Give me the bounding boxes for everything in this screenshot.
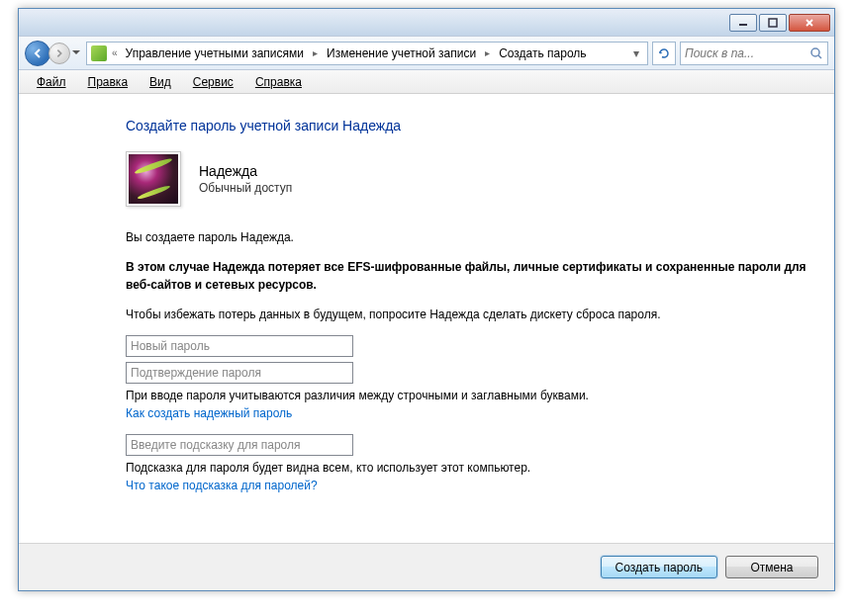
intro-text: Вы создаете пароль Надежда. — [126, 228, 810, 246]
svg-rect-0 — [739, 24, 747, 26]
close-button[interactable] — [789, 14, 830, 32]
case-sensitivity-note: При вводе пароля учитываются различия ме… — [126, 389, 810, 402]
cancel-button[interactable]: Отмена — [725, 556, 818, 578]
search-box[interactable] — [680, 42, 828, 65]
search-icon — [809, 46, 823, 60]
svg-line-3 — [818, 55, 821, 58]
back-button[interactable] — [25, 41, 50, 66]
strong-password-link[interactable]: Как создать надежный пароль — [126, 406, 292, 420]
menu-bar: Файл Правка Вид Сервис Справка — [19, 70, 834, 94]
avatar-frame — [126, 151, 181, 207]
avatar — [129, 154, 178, 204]
menu-help[interactable]: Справка — [245, 72, 312, 92]
footer: Создать пароль Отмена — [19, 543, 834, 590]
breadcrumb-dropdown[interactable]: ▾ — [629, 46, 643, 60]
window-controls — [729, 14, 830, 32]
user-info: Надежда Обычный доступ — [199, 163, 292, 195]
new-password-field[interactable] — [126, 335, 353, 357]
user-accounts-icon — [91, 45, 107, 61]
breadcrumb-item-0[interactable]: Управление учетными записями — [123, 44, 307, 62]
page-title: Создайте пароль учетной записи Надежда — [126, 118, 810, 133]
user-name: Надежда — [199, 163, 292, 179]
refresh-button[interactable] — [652, 42, 676, 65]
advice-text: Чтобы избежать потерь данных в будущем, … — [126, 306, 810, 323]
chevron-right-icon[interactable]: ▸ — [481, 47, 494, 58]
forward-button[interactable] — [48, 43, 70, 64]
breadcrumb-item-1[interactable]: Изменение учетной записи — [324, 44, 479, 62]
password-hint-field[interactable] — [126, 434, 353, 456]
nav-history-dropdown[interactable] — [70, 44, 82, 62]
breadcrumb-prefix: « — [109, 47, 121, 58]
chevron-right-icon[interactable]: ▸ — [309, 47, 322, 58]
menu-file[interactable]: Файл — [27, 72, 76, 92]
hint-help-link[interactable]: Что такое подсказка для паролей? — [126, 479, 318, 492]
create-password-button[interactable]: Создать пароль — [601, 556, 717, 578]
menu-edit[interactable]: Правка — [78, 72, 139, 92]
search-input[interactable] — [685, 46, 809, 60]
maximize-button[interactable] — [759, 14, 787, 32]
nav-buttons — [25, 41, 82, 66]
svg-point-2 — [811, 48, 819, 56]
breadcrumb[interactable]: « Управление учетными записями ▸ Изменен… — [86, 42, 648, 65]
warning-text: В этом случае Надежда потеряет все EFS-ш… — [126, 258, 810, 294]
menu-view[interactable]: Вид — [140, 72, 181, 92]
content-area: Создайте пароль учетной записи Надежда Н… — [19, 94, 834, 543]
menu-tools[interactable]: Сервис — [183, 72, 243, 92]
hint-visibility-note: Подсказка для пароля будет видна всем, к… — [126, 461, 810, 475]
breadcrumb-item-2[interactable]: Создать пароль — [496, 44, 589, 62]
titlebar — [19, 9, 834, 37]
minimize-button[interactable] — [729, 14, 757, 32]
user-block: Надежда Обычный доступ — [126, 151, 810, 207]
user-type: Обычный доступ — [199, 181, 292, 195]
window-frame: « Управление учетными записями ▸ Изменен… — [18, 8, 835, 591]
confirm-password-field[interactable] — [126, 362, 353, 384]
svg-rect-1 — [769, 19, 777, 27]
address-bar: « Управление учетными записями ▸ Изменен… — [19, 37, 834, 70]
